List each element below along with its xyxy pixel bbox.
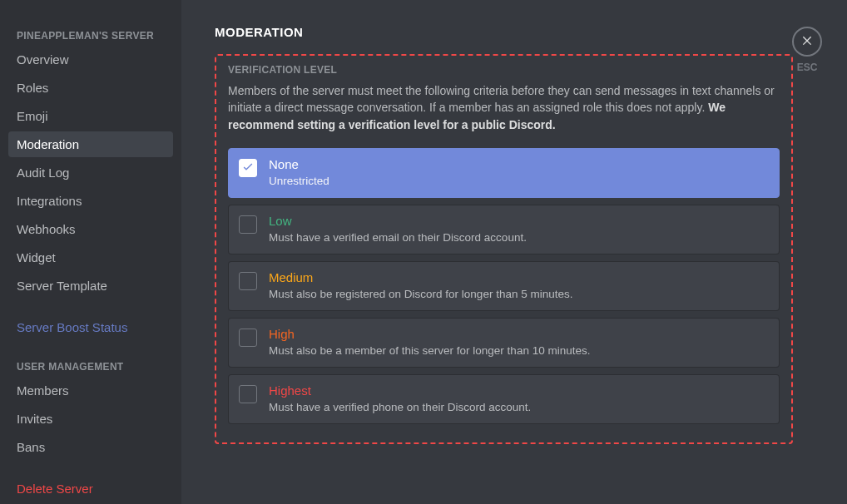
sidebar-item-invites[interactable]: Invites bbox=[8, 406, 173, 432]
checkbox[interactable] bbox=[239, 272, 257, 290]
sidebar-item-members[interactable]: Members bbox=[8, 378, 173, 403]
verification-level-section: VERIFICATION LEVEL Members of the server… bbox=[215, 54, 793, 444]
option-subtitle: Must also be a member of this server for… bbox=[269, 344, 769, 357]
sidebar-item-overview[interactable]: Overview bbox=[8, 47, 173, 72]
sidebar-item-widget[interactable]: Widget bbox=[8, 245, 173, 270]
sidebar-item-roles[interactable]: Roles bbox=[8, 75, 173, 101]
sidebar-item-integrations[interactable]: Integrations bbox=[8, 188, 173, 214]
sidebar-header-user-management: USER MANAGEMENT bbox=[8, 356, 173, 378]
close-icon bbox=[800, 33, 814, 50]
check-icon bbox=[241, 160, 255, 176]
close-button[interactable] bbox=[792, 27, 822, 57]
verification-option-high[interactable]: HighMust also be a member of this server… bbox=[228, 318, 780, 368]
close-label: ESC bbox=[792, 62, 822, 73]
option-title: Highest bbox=[269, 383, 769, 398]
option-subtitle: Unrestricted bbox=[269, 175, 769, 187]
option-title: High bbox=[269, 327, 769, 341]
checkbox[interactable] bbox=[239, 215, 257, 234]
sidebar-item-boost[interactable]: Server Boost Status bbox=[8, 314, 173, 340]
option-title: None bbox=[269, 157, 769, 171]
option-title: Medium bbox=[269, 270, 769, 284]
option-title: Low bbox=[269, 214, 769, 228]
sidebar-item-webhooks[interactable]: Webhooks bbox=[8, 216, 173, 242]
checkbox[interactable] bbox=[239, 159, 257, 177]
sidebar-item-moderation[interactable]: Moderation bbox=[8, 131, 173, 157]
verification-option-highest[interactable]: HighestMust have a verified phone on the… bbox=[228, 374, 780, 424]
option-subtitle: Must also be registered on Discord for l… bbox=[269, 288, 769, 300]
verification-option-medium[interactable]: MediumMust also be registered on Discord… bbox=[228, 261, 780, 311]
sidebar-header-server: PINEAPPLEMAN'S SERVER bbox=[8, 25, 173, 47]
checkbox[interactable] bbox=[239, 385, 257, 403]
main-panel: MODERATION ESC VERIFICATION LEVEL Member… bbox=[181, 0, 847, 504]
sidebar-item-bans[interactable]: Bans bbox=[8, 434, 173, 460]
section-title: VERIFICATION LEVEL bbox=[228, 64, 780, 76]
checkbox[interactable] bbox=[239, 329, 257, 347]
verification-option-none[interactable]: NoneUnrestricted bbox=[228, 148, 780, 198]
page-title: MODERATION bbox=[215, 25, 814, 39]
verification-option-low[interactable]: LowMust have a verified email on their D… bbox=[228, 205, 780, 254]
sidebar-item-emoji[interactable]: Emoji bbox=[8, 103, 173, 129]
sidebar-item-delete-server[interactable]: Delete Server bbox=[8, 476, 173, 502]
settings-sidebar: PINEAPPLEMAN'S SERVER OverviewRolesEmoji… bbox=[0, 0, 181, 504]
sidebar-item-server-template[interactable]: Server Template bbox=[8, 273, 173, 299]
section-description: Members of the server must meet the foll… bbox=[228, 82, 780, 133]
option-subtitle: Must have a verified phone on their Disc… bbox=[269, 401, 769, 413]
sidebar-item-audit-log[interactable]: Audit Log bbox=[8, 160, 173, 185]
option-subtitle: Must have a verified email on their Disc… bbox=[269, 231, 769, 244]
